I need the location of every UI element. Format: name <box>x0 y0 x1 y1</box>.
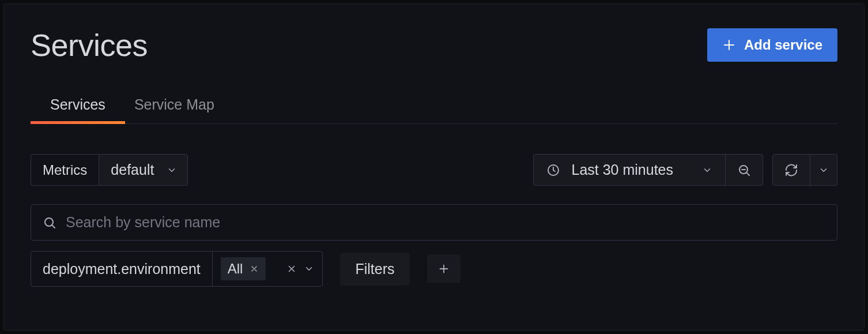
clear-filter-button[interactable] <box>286 264 297 274</box>
clock-icon <box>546 163 560 177</box>
page-header: Services Add service <box>31 27 837 63</box>
filter-row: deployment.environment All <box>31 251 837 287</box>
time-controls: Last 30 minutes <box>533 154 838 186</box>
metrics-dropdown[interactable]: default <box>99 154 188 186</box>
chevron-down-icon <box>818 165 829 175</box>
filter-controls <box>286 264 314 274</box>
chevron-down-icon <box>167 165 177 175</box>
search-icon <box>43 216 56 230</box>
time-range-picker[interactable]: Last 30 minutes <box>534 155 726 185</box>
tab-services[interactable]: Services <box>50 96 105 123</box>
refresh-icon <box>784 163 798 177</box>
chevron-down-icon <box>702 165 712 175</box>
zoom-out-icon <box>737 163 751 177</box>
zoom-out-button[interactable] <box>725 155 763 185</box>
svg-point-2 <box>45 218 53 226</box>
controls-row: Metrics default Last 30 minutes <box>31 154 837 186</box>
search-input[interactable] <box>66 214 825 231</box>
refresh-group <box>772 154 837 186</box>
add-service-label: Add service <box>744 37 822 53</box>
metrics-selector: Metrics default <box>31 154 188 186</box>
filters-button[interactable]: Filters <box>340 253 409 286</box>
filter-value-area[interactable]: All <box>212 252 323 286</box>
chevron-down-icon[interactable] <box>304 264 314 274</box>
metrics-label: Metrics <box>31 154 99 186</box>
close-icon[interactable] <box>250 264 259 273</box>
plus-icon <box>722 38 736 52</box>
plus-icon <box>437 262 450 275</box>
tab-service-map[interactable]: Service Map <box>134 96 214 123</box>
search-bar[interactable] <box>31 204 837 241</box>
filter-key-label: deployment.environment <box>31 252 212 286</box>
page-title: Services <box>31 27 148 63</box>
add-service-button[interactable]: Add service <box>707 28 837 62</box>
environment-filter: deployment.environment All <box>31 251 323 287</box>
refresh-button[interactable] <box>773 155 810 185</box>
refresh-interval-dropdown[interactable] <box>810 155 837 185</box>
tabs: Services Service Map <box>31 96 837 124</box>
filter-chip-label: All <box>228 261 243 277</box>
metrics-value: default <box>111 162 154 178</box>
services-panel: Services Add service Services Service Ma… <box>3 3 865 331</box>
filter-chip-all[interactable]: All <box>221 257 266 280</box>
add-filter-button[interactable] <box>427 254 461 283</box>
time-range-label: Last 30 minutes <box>572 162 674 178</box>
time-range-group: Last 30 minutes <box>533 154 764 186</box>
